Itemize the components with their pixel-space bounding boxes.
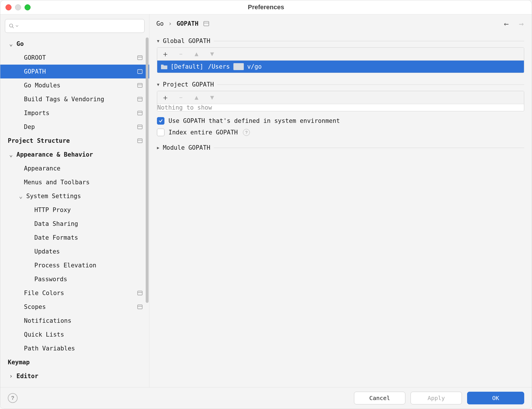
move-down-button[interactable]: ▼ <box>208 51 216 57</box>
sidebar-item[interactable]: ⌄Go <box>0 37 149 51</box>
sidebar-tree-scroll: ⌄GoGOROOTGOPATHGo ModulesBuild Tags & Ve… <box>0 36 149 387</box>
sidebar-item[interactable]: Scopes <box>0 300 149 314</box>
scope-icon <box>137 290 143 296</box>
sidebar-item[interactable]: Menus and Toolbars <box>0 175 149 189</box>
collapse-icon: ▼ <box>157 82 159 87</box>
sidebar-item[interactable]: ⌄System Settings <box>0 189 149 203</box>
sidebar-item[interactable]: Path Variables <box>0 342 149 355</box>
sidebar-item[interactable]: Notifications <box>0 314 149 328</box>
sidebar-item-label: Passwords <box>34 276 67 283</box>
sidebar-item[interactable]: Dep <box>0 120 149 134</box>
sidebar-item-label: Go Modules <box>24 82 60 89</box>
window-title: Preferences <box>0 3 532 11</box>
help-button[interactable]: ? <box>8 393 18 403</box>
check-use-system-env[interactable]: Use GOPATH that's defined in system envi… <box>157 117 524 125</box>
body: ⌄GoGOROOTGOPATHGo ModulesBuild Tags & Ve… <box>0 14 532 387</box>
add-button[interactable]: ＋ <box>161 50 169 58</box>
cancel-button[interactable]: Cancel <box>354 392 405 404</box>
sidebar-item[interactable]: HTTP Proxy <box>0 203 149 217</box>
sidebar-item[interactable]: Data Sharing <box>0 217 149 231</box>
help-icon[interactable]: ? <box>243 129 250 136</box>
ok-button[interactable]: OK <box>467 392 524 404</box>
window-zoom-button[interactable] <box>25 4 31 10</box>
sidebar-item-label: Editor <box>16 373 38 380</box>
window-minimize-button[interactable] <box>15 4 21 10</box>
main: Go › GOPATH ← → ▼ Global GOPATH <box>149 14 532 387</box>
nav-forward-button[interactable]: → <box>518 19 525 29</box>
move-up-button[interactable]: ▲ <box>192 94 201 101</box>
sidebar-item[interactable]: Process Elevation <box>0 258 149 272</box>
sidebar-item[interactable]: Updates <box>0 245 149 258</box>
scope-icon <box>203 20 209 27</box>
sidebar-item[interactable]: Appearance <box>0 162 149 175</box>
check-label: Use GOPATH that's defined in system envi… <box>168 117 340 124</box>
chevron-down-icon <box>16 25 18 27</box>
scrollbar-thumb[interactable] <box>146 37 149 303</box>
move-up-button[interactable]: ▲ <box>192 51 201 57</box>
check-index-entire-gopath[interactable]: Index entire GOPATH ? <box>157 129 524 136</box>
chevron-down-icon: ⌄ <box>8 151 14 158</box>
remove-button[interactable]: － <box>177 94 185 101</box>
section-title: Module GOPATH <box>163 144 210 151</box>
check-group: Use GOPATH that's defined in system envi… <box>157 117 524 136</box>
sidebar-item[interactable]: Build Tags & Vendoring <box>0 92 149 106</box>
titlebar: Preferences <box>0 0 532 14</box>
sidebar-item[interactable]: Quick Lists <box>0 328 149 342</box>
checkbox[interactable] <box>157 117 164 125</box>
sidebar-item[interactable]: ›Editor <box>0 369 149 383</box>
svg-rect-10 <box>138 111 142 115</box>
svg-rect-20 <box>204 21 209 26</box>
divider <box>214 41 524 41</box>
section-header-module[interactable]: ▶ Module GOPATH <box>157 144 524 151</box>
breadcrumb-bar: Go › GOPATH ← → <box>149 14 532 33</box>
scope-icon <box>137 110 143 116</box>
scope-icon <box>137 55 143 61</box>
sidebar-item[interactable]: File Colors <box>0 286 149 300</box>
nav-back-button[interactable]: ← <box>503 19 510 29</box>
row-path-a: /Users <box>208 63 230 70</box>
sidebar-item[interactable]: Go Modules <box>0 78 149 92</box>
checkbox[interactable] <box>157 129 164 136</box>
svg-rect-14 <box>138 139 142 143</box>
sidebar-tree[interactable]: ⌄GoGOROOTGOPATHGo ModulesBuild Tags & Ve… <box>0 36 149 387</box>
sidebar-item[interactable]: Project Structure <box>0 134 149 148</box>
svg-rect-12 <box>138 125 142 129</box>
sidebar-item[interactable]: Passwords <box>0 272 149 286</box>
preferences-window: Preferences ⌄GoGOROOTGOPATHGo Modules <box>0 0 532 409</box>
sidebar-item-label: Updates <box>34 248 60 255</box>
list-body[interactable]: [Default] /Users v/go <box>157 61 524 73</box>
global-gopath-list: ＋ － ▲ ▼ [Default] /Users <box>157 47 524 73</box>
search-field[interactable] <box>5 19 145 33</box>
gopath-row[interactable]: [Default] /Users v/go <box>157 61 524 73</box>
list-body[interactable]: Nothing to show <box>157 104 524 111</box>
sidebar-item-label: Menus and Toolbars <box>24 179 90 186</box>
sidebar-item[interactable]: Date Formats <box>0 231 149 245</box>
sidebar-item[interactable]: ⌄Appearance & Behavior <box>0 148 149 162</box>
svg-rect-2 <box>138 56 142 60</box>
breadcrumb-root[interactable]: Go <box>156 20 164 27</box>
chevron-down-icon: ⌄ <box>18 193 24 200</box>
sidebar-item-label: Quick Lists <box>24 331 64 338</box>
remove-button[interactable]: － <box>177 51 185 57</box>
sidebar-item[interactable]: Imports <box>0 106 149 120</box>
sidebar-item-label: System Settings <box>26 193 81 200</box>
window-close-button[interactable] <box>5 4 12 10</box>
search-wrap <box>0 17 149 36</box>
apply-button[interactable]: Apply <box>411 392 462 404</box>
check-label: Index entire GOPATH <box>168 129 238 136</box>
section-header-global[interactable]: ▼ Global GOPATH <box>157 37 524 44</box>
row-path-b: v/go <box>247 63 262 70</box>
add-button[interactable]: ＋ <box>161 94 169 101</box>
sidebar-item-label: Imports <box>24 110 50 117</box>
search-input[interactable] <box>20 22 141 30</box>
scope-icon <box>137 69 143 74</box>
move-down-button[interactable]: ▼ <box>208 94 216 101</box>
breadcrumb-separator: › <box>168 20 172 27</box>
sidebar-item[interactable]: Keymap <box>0 355 149 369</box>
chevron-right-icon: › <box>8 373 14 380</box>
sidebar-item[interactable]: GOPATH <box>0 65 149 78</box>
section-header-project[interactable]: ▼ Project GOPATH <box>157 81 524 88</box>
sidebar-item-label: Project Structure <box>8 137 70 144</box>
scope-icon <box>137 304 143 310</box>
sidebar-item[interactable]: GOROOT <box>0 51 149 65</box>
